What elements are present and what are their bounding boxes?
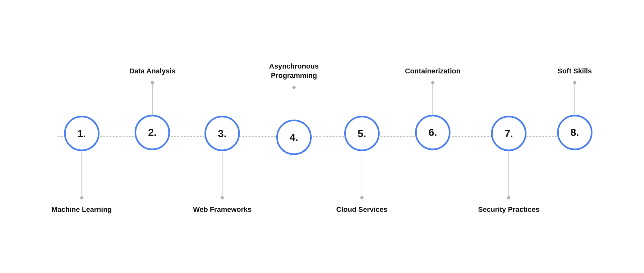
line-above-6: [432, 84, 433, 115]
circle-4[interactable]: 4.: [276, 120, 312, 155]
dot-below-1: [80, 196, 83, 200]
circle-5[interactable]: 5.: [344, 116, 380, 151]
circle-1[interactable]: 1.: [64, 116, 99, 151]
node-3-label: 3.: [218, 127, 227, 139]
label-above-8: Soft Skills: [558, 67, 592, 75]
node-7: 7. Security Practices: [478, 60, 540, 214]
node-1: 1. Machine Learning: [52, 60, 112, 214]
dot-above-2: [151, 81, 154, 84]
label-above-6: Containerization: [405, 67, 460, 75]
circle-6[interactable]: 6.: [415, 115, 450, 150]
line-below-3: [222, 151, 223, 196]
line-below-1: [81, 151, 82, 196]
node-5-label: 5.: [357, 127, 366, 139]
circle-3[interactable]: 3.: [204, 116, 240, 151]
line-below-7: [508, 151, 509, 196]
label-above-2: Data Analysis: [129, 67, 175, 75]
dot-below-3: [221, 196, 224, 200]
dot-above-8: [573, 81, 576, 84]
line-above-8: [574, 84, 575, 115]
node-3: 3. Web Frameworks: [193, 60, 252, 214]
node-4: AsynchronousProgramming 4.: [269, 61, 319, 211]
label-below-7: Security Practices: [478, 205, 540, 214]
node-7-label: 7.: [505, 127, 513, 139]
node-6: Containerization 6.: [405, 67, 460, 206]
node-5: 5. Cloud Services: [336, 60, 387, 214]
label-below-1: Machine Learning: [52, 205, 112, 214]
circle-8[interactable]: 8.: [557, 115, 592, 150]
diagram-container: 1. Machine Learning Data Analysis 2.: [32, 27, 612, 246]
dot-above-4: [292, 86, 296, 89]
label-below-3: Web Frameworks: [193, 205, 252, 214]
node-2-label: 2.: [148, 127, 157, 138]
node-8: Soft Skills 8.: [557, 67, 592, 206]
dot-below-7: [507, 196, 510, 200]
nodes-row: 1. Machine Learning Data Analysis 2.: [32, 60, 612, 214]
dot-below-5: [360, 196, 364, 200]
node-4-label: 4.: [289, 131, 298, 143]
circle-7[interactable]: 7.: [491, 116, 526, 151]
node-2: Data Analysis 2.: [129, 67, 175, 206]
line-below-5: [362, 151, 362, 196]
label-below-5: Cloud Services: [336, 205, 387, 214]
line-above-2: [152, 84, 153, 115]
circle-2[interactable]: 2.: [135, 115, 170, 150]
label-above-4: AsynchronousProgramming: [269, 61, 319, 80]
node-6-label: 6.: [429, 127, 437, 138]
line-above-4: [294, 89, 294, 120]
node-8-label: 8.: [571, 127, 579, 138]
node-1-label: 1.: [77, 127, 86, 139]
dot-above-6: [431, 81, 434, 84]
